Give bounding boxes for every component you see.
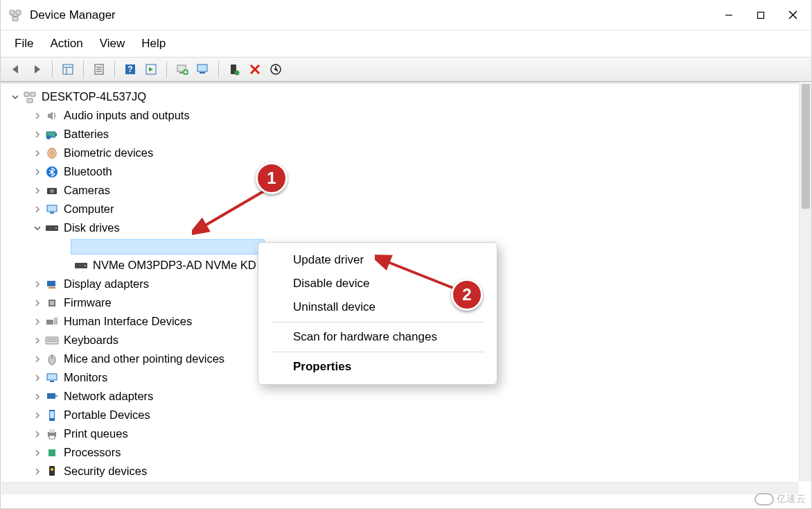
tree-item-label: Print queues (64, 428, 128, 440)
toolbar-separator (218, 61, 219, 78)
expander-closed-icon[interactable] (32, 391, 43, 402)
tree-item-label: Display adapters (64, 278, 149, 290)
watermark: 亿速云 (754, 493, 806, 506)
maximize-button[interactable] (745, 4, 777, 26)
cm-scan-hardware[interactable]: Scan for hardware changes (258, 325, 497, 349)
expander-closed-icon[interactable] (32, 185, 43, 196)
svg-point-40 (50, 189, 54, 193)
scan-hardware-button[interactable] (193, 60, 213, 79)
tree-item-batteries[interactable]: Batteries (7, 125, 811, 144)
close-button[interactable] (777, 4, 809, 26)
tree-item-security[interactable]: Security devices (7, 462, 811, 481)
tree-item-label: Bluetooth (64, 166, 112, 178)
svg-rect-22 (200, 72, 205, 74)
expander-closed-icon[interactable] (32, 297, 43, 309)
display-adapter-icon (44, 277, 60, 292)
tree-item-label: Firmware (64, 297, 112, 309)
app-icon (8, 8, 23, 23)
camera-icon (44, 183, 60, 198)
expander-closed-icon[interactable] (32, 129, 43, 140)
menu-help[interactable]: Help (133, 33, 174, 55)
expander-closed-icon[interactable] (32, 110, 43, 121)
svg-rect-4 (758, 12, 764, 18)
tree-item-biometric[interactable]: Biometric devices (7, 144, 811, 162)
tree-item-computer[interactable]: Computer (7, 200, 811, 218)
update-driver-button[interactable] (173, 60, 192, 79)
tree-item-printers[interactable]: Print queues (7, 424, 811, 443)
tree-item-bluetooth[interactable]: Bluetooth (7, 162, 811, 181)
network-icon (44, 389, 60, 404)
expander-closed-icon[interactable] (32, 166, 43, 178)
bluetooth-icon (44, 164, 60, 180)
tree-item-label: Keyboards (64, 334, 118, 346)
tree-item-cameras[interactable]: Cameras (7, 181, 811, 200)
menu-file[interactable]: File (6, 33, 42, 55)
horizontal-scrollbar[interactable] (1, 482, 799, 494)
enable-device-button[interactable] (224, 60, 244, 79)
svg-rect-30 (30, 92, 35, 96)
expander-closed-icon[interactable] (32, 316, 43, 327)
tree-item-label: Portable Devices (64, 409, 150, 421)
annotation-badge-1-label: 1 (267, 169, 276, 188)
tree-item-label: Audio inputs and outputs (64, 110, 190, 121)
cm-update-driver[interactable]: Update driver (258, 248, 497, 272)
svg-rect-60 (47, 393, 55, 399)
svg-rect-29 (24, 92, 29, 96)
minimize-button[interactable] (713, 4, 745, 26)
menu-view[interactable]: View (91, 33, 134, 55)
tree-root[interactable]: DESKTOP-4L537JQ (7, 87, 811, 106)
battery-icon (44, 127, 60, 142)
svg-rect-53 (46, 337, 58, 344)
expander-closed-icon[interactable] (32, 148, 43, 159)
tree-item-audio[interactable]: Audio inputs and outputs (7, 106, 811, 125)
show-hide-tree-button[interactable] (58, 60, 78, 79)
svg-text:?: ? (127, 64, 132, 74)
svg-rect-52 (54, 318, 58, 325)
svg-rect-42 (50, 212, 54, 214)
window-controls (713, 4, 809, 26)
expander-open-icon[interactable] (32, 223, 43, 234)
watermark-text: 亿速云 (777, 493, 806, 506)
vertical-scrollbar-thumb[interactable] (802, 84, 810, 209)
expander-closed-icon[interactable] (32, 466, 43, 477)
expander-closed-icon[interactable] (32, 335, 43, 346)
uninstall-device-button[interactable] (245, 60, 265, 79)
expander-closed-icon[interactable] (32, 372, 43, 383)
expander-closed-icon[interactable] (32, 447, 43, 458)
svg-rect-58 (47, 374, 57, 380)
cm-separator (271, 322, 484, 322)
monitor-icon (44, 202, 60, 217)
svg-rect-33 (55, 133, 57, 136)
tree-item-disk-drives[interactable]: Disk drives (7, 218, 811, 237)
expander-closed-icon[interactable] (32, 410, 43, 421)
tree-item-label: Monitors (64, 372, 107, 383)
tree-item-network[interactable]: Network adapters (7, 387, 811, 406)
svg-rect-51 (46, 320, 53, 325)
expander-closed-icon[interactable] (32, 354, 43, 365)
vertical-scrollbar[interactable] (799, 83, 811, 481)
expander-open-icon[interactable] (10, 92, 21, 103)
properties-button[interactable] (89, 60, 109, 79)
disable-device-button[interactable] (266, 60, 285, 79)
back-button[interactable] (6, 60, 26, 79)
menu-action[interactable]: Action (42, 33, 91, 55)
svg-rect-31 (27, 98, 33, 103)
expander-none (61, 260, 72, 271)
expander-closed-icon[interactable] (32, 204, 43, 215)
svg-point-44 (55, 227, 57, 229)
cm-properties[interactable]: Properties (258, 355, 497, 379)
forward-button[interactable] (27, 60, 46, 79)
svg-rect-41 (47, 205, 57, 212)
action-list-button[interactable] (141, 60, 161, 79)
expander-closed-icon[interactable] (32, 429, 43, 440)
tree-item-label: Human Interface Devices (64, 316, 192, 327)
tree-item-label: Disk drives (64, 222, 120, 234)
help-button[interactable]: ? (121, 60, 140, 79)
tree-item-processors[interactable]: Processors (7, 443, 811, 462)
tree-item-portable[interactable]: Portable Devices (7, 406, 811, 424)
tree-item-label: Security devices (64, 465, 147, 477)
svg-rect-1 (16, 10, 21, 15)
expander-closed-icon[interactable] (32, 279, 43, 290)
svg-rect-66 (48, 449, 55, 456)
svg-rect-64 (49, 429, 55, 433)
